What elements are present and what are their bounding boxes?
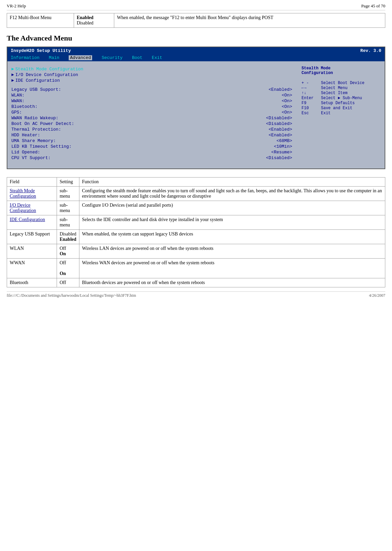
setting-bold: Enabled [77, 15, 93, 20]
section-heading: The Advanced Menu [7, 34, 385, 43]
nav-row-updown: ↑↓ Select Item [302, 91, 381, 95]
setting-cell: OffOn [57, 259, 79, 278]
bios-field-bluetooth: Bluetooth: <On> [11, 104, 293, 109]
table-row: WLAN OffOn Wireless LAN devices are powe… [7, 244, 385, 259]
bios-help-title: Stealth ModeConfiguration [302, 66, 381, 75]
bios-field-lid: Lid Opened: <Resume> [11, 150, 293, 155]
menu-advanced[interactable]: Advanced [69, 55, 92, 60]
field-cell: Stealth Mode Configuration [7, 187, 57, 201]
bios-field-wlan: WLAN: <On> [11, 93, 293, 98]
bios-titlebar: InsydeH2O Setup Utility Rev. 3.0 [7, 47, 385, 54]
function-cell: When enabled, the system can support leg… [79, 230, 385, 244]
function-cell: Wireless LAN devices are powered on or o… [79, 244, 385, 259]
bios-item-label: I/O Device Configuration [15, 72, 78, 77]
nav-row-f9: F9 Setup Defaults [302, 101, 381, 106]
field-cell: Legacy USB Support [7, 230, 57, 244]
col-header-field: Field [7, 178, 57, 187]
bios-rev: Rev. 3.0 [361, 48, 381, 53]
nav-row-plus-minus: + - Select Boot Device [302, 81, 381, 85]
setting-cell: sub-menu [57, 187, 79, 201]
field-cell: IDE Configuration [7, 215, 57, 230]
footer-date: 4/26/2007 [369, 293, 385, 298]
nav-row-esc: Esc Exit [302, 111, 381, 116]
function-cell: Configuring the stealth mode feature ena… [79, 187, 385, 201]
table-row: I/O Device Configuration sub-menu Config… [7, 201, 385, 215]
page-title-left: VR-2 Help [7, 3, 26, 9]
field-cell: WWAN [7, 259, 57, 278]
arrow-icon: ► [11, 67, 14, 72]
table-row: IDE Configuration sub-menu Selects the I… [7, 215, 385, 230]
footer-path: file:///C:/Documents and Settings/harwoo… [7, 293, 136, 298]
setting-cell: Enabled Disabled [74, 13, 114, 28]
stealth-mode-link[interactable]: Stealth Mode Configuration [10, 188, 36, 199]
nav-row-enter: Enter Select ► Sub-Menu [302, 96, 381, 100]
nav-label-item: Select Item [321, 91, 347, 95]
bios-navigation: + - Select Boot Device ←→ Select Menu ↑↓… [302, 81, 381, 116]
menu-boot[interactable]: Boot [132, 55, 142, 60]
function-cell: When enabled, the message "F12 to enter … [114, 13, 385, 28]
bios-field-legacy-usb: Legacy USB Support: <Enabled> [11, 87, 293, 92]
arrow-icon: ► [11, 78, 14, 83]
bios-field-wwan: WWAN: <On> [11, 98, 293, 104]
bios-item-io[interactable]: ► I/O Device Configuration [11, 72, 293, 77]
function-cell: Selects the IDE controller and hard disk… [79, 215, 385, 230]
nav-label-exit: Exit [321, 111, 331, 116]
bios-field-cpu-vt: CPU VT Support: <Disabled> [11, 155, 293, 160]
bios-item-ide[interactable]: ► IDE Configuration [11, 78, 293, 83]
bios-field-uma: UMA Share Memory: <68MB> [11, 138, 293, 143]
nav-row-f10: F10 Save and Exit [302, 106, 381, 111]
setting-cell: Off [57, 278, 79, 287]
bios-item-stealth[interactable]: ► Stealth Mode Configuration [11, 67, 293, 72]
table-row: WWAN OffOn Wireless WAN devices are powe… [7, 259, 385, 278]
page-title-right: Page 45 of 70 [361, 3, 385, 9]
bios-field-wwan-radio: WWAN Radio Wakeup: <Disabled> [11, 116, 293, 121]
field-cell: Bluetooth [7, 278, 57, 287]
page-footer: file:///C:/Documents and Settings/harwoo… [7, 291, 385, 298]
field-cell: F12 Multi-Boot Menu [7, 13, 74, 28]
table-row: Bluetooth Off Bluetooth devices are powe… [7, 278, 385, 287]
nav-label-save: Save and Exit [321, 106, 352, 111]
arrow-icon: ► [11, 72, 14, 77]
nav-row-leftright: ←→ Select Menu [302, 86, 381, 90]
setting-cell: OffOn [57, 244, 79, 259]
bios-item-label: IDE Configuration [15, 78, 60, 83]
bios-left-panel: ► Stealth Mode Configuration ► I/O Devic… [7, 64, 298, 167]
table-row: Legacy USB Support DisabledEnabled When … [7, 230, 385, 244]
bios-field-thermal: Thermal Protection: <Enabled> [11, 127, 293, 132]
field-cell: WLAN [7, 244, 57, 259]
col-header-setting: Setting [57, 178, 79, 187]
setting-normal: Disabled [77, 20, 93, 25]
table-row: F12 Multi-Boot Menu Enabled Disabled Whe… [7, 13, 385, 28]
setting-cell: sub-menu [57, 215, 79, 230]
table-header-row: Field Setting Function [7, 178, 385, 187]
nav-label-menu: Select Menu [321, 86, 347, 90]
menu-main[interactable]: Main [49, 55, 59, 60]
setting-cell: DisabledEnabled [57, 230, 79, 244]
bios-menubar: Information Main Advanced Security Boot … [7, 54, 385, 61]
setting-cell: sub-menu [57, 201, 79, 215]
ide-config-link[interactable]: IDE Configuration [10, 217, 45, 222]
menu-information[interactable]: Information [11, 55, 40, 60]
table-row: Stealth Mode Configuration sub-menu Conf… [7, 187, 385, 201]
top-table: F12 Multi-Boot Menu Enabled Disabled Whe… [7, 13, 385, 28]
bios-field-led-timeout: LED KB Timeout Setting: <10Min> [11, 144, 293, 149]
nav-label-defaults: Setup Defaults [321, 101, 355, 106]
bios-field-gps: GPS: <On> [11, 110, 293, 115]
col-header-function: Function [79, 178, 385, 187]
function-cell: Bluetooth devices are powered on or off … [79, 278, 385, 287]
bios-title: InsydeH2O Setup Utility [11, 48, 71, 53]
io-config-link[interactable]: I/O Device Configuration [10, 203, 36, 213]
bios-body: ► Stealth Mode Configuration ► I/O Devic… [7, 61, 385, 168]
page-header: VR-2 Help Page 45 of 70 [7, 3, 385, 10]
bios-right-panel: Stealth ModeConfiguration + - Select Boo… [298, 64, 385, 167]
menu-exit[interactable]: Exit [152, 55, 162, 60]
nav-label-submenu: Select ► Sub-Menu [321, 96, 362, 100]
function-cell: Configure I/O Devices (serial and parall… [79, 201, 385, 215]
bios-field-boot-ac: Boot On AC Power Detect: <Disabled> [11, 121, 293, 126]
bios-screenshot: InsydeH2O Setup Utility Rev. 3.0 Informa… [7, 47, 385, 169]
bios-field-hdd-heater: HDD Heater: <Enabled> [11, 133, 293, 138]
nav-label-boot-device: Select Boot Device [321, 81, 365, 85]
menu-security[interactable]: Security [102, 55, 122, 60]
bios-item-label: Stealth Mode Configuration [15, 67, 83, 72]
content-table: Field Setting Function Stealth Mode Conf… [7, 177, 385, 287]
